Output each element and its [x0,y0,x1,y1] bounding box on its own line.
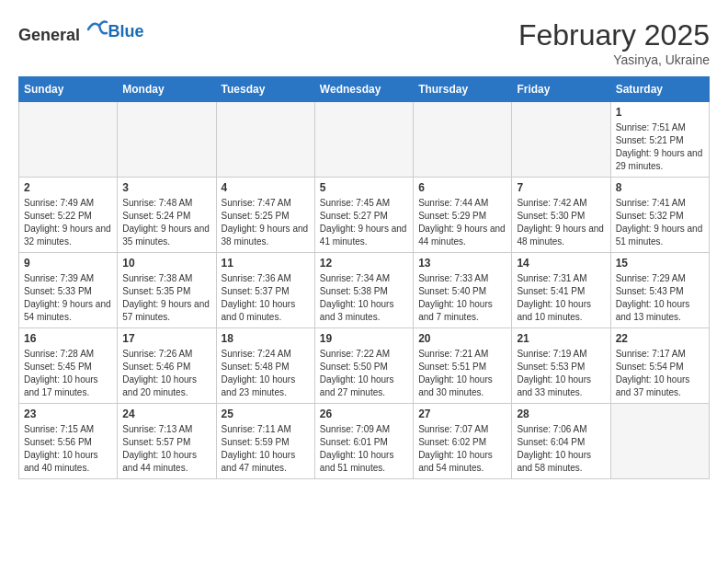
day-info: Sunrise: 7:48 AM Sunset: 5:24 PM Dayligh… [122,197,210,248]
calendar-week-row: 1Sunrise: 7:51 AM Sunset: 5:21 PM Daylig… [19,102,710,178]
header: General Blue February 2025 Yasinya, Ukra… [18,18,710,67]
day-info: Sunrise: 7:44 AM Sunset: 5:29 PM Dayligh… [418,197,506,248]
weekday-header: Monday [118,77,216,102]
day-info: Sunrise: 7:15 AM Sunset: 5:56 PM Dayligh… [24,423,112,475]
logo-blue-text: Blue [108,22,144,40]
calendar-day-cell: 2Sunrise: 7:49 AM Sunset: 5:22 PM Daylig… [19,178,118,253]
calendar-day-cell: 16Sunrise: 7:28 AM Sunset: 5:45 PM Dayli… [19,328,118,404]
day-info: Sunrise: 7:21 AM Sunset: 5:51 PM Dayligh… [418,348,506,399]
day-info: Sunrise: 7:36 AM Sunset: 5:37 PM Dayligh… [222,272,310,324]
calendar-day-cell: 20Sunrise: 7:21 AM Sunset: 5:51 PM Dayli… [414,328,512,404]
title-area: February 2025 Yasinya, Ukraine [518,18,710,67]
day-number: 17 [122,332,210,345]
calendar-day-cell: 15Sunrise: 7:29 AM Sunset: 5:43 PM Dayli… [610,253,709,328]
calendar-week-row: 16Sunrise: 7:28 AM Sunset: 5:45 PM Dayli… [19,328,710,404]
day-info: Sunrise: 7:47 AM Sunset: 5:25 PM Dayligh… [222,197,310,248]
day-info: Sunrise: 7:26 AM Sunset: 5:46 PM Dayligh… [122,348,210,399]
weekday-header: Friday [512,77,610,102]
calendar-day-cell: 12Sunrise: 7:34 AM Sunset: 5:38 PM Dayli… [314,253,413,328]
calendar-day-cell: 3Sunrise: 7:48 AM Sunset: 5:24 PM Daylig… [118,178,216,253]
day-number: 23 [24,408,112,420]
day-number: 13 [418,257,506,270]
calendar-day-cell: 4Sunrise: 7:47 AM Sunset: 5:25 PM Daylig… [216,178,314,253]
calendar-day-cell: 5Sunrise: 7:45 AM Sunset: 5:27 PM Daylig… [314,178,413,253]
calendar-day-cell: 23Sunrise: 7:15 AM Sunset: 5:56 PM Dayli… [19,404,118,479]
calendar-table: SundayMondayTuesdayWednesdayThursdayFrid… [18,76,710,479]
day-number: 22 [616,332,704,345]
calendar-week-row: 23Sunrise: 7:15 AM Sunset: 5:56 PM Dayli… [19,404,710,479]
calendar-day-cell: 27Sunrise: 7:07 AM Sunset: 6:02 PM Dayli… [414,404,512,479]
page-title: February 2025 [518,18,710,52]
day-info: Sunrise: 7:33 AM Sunset: 5:40 PM Dayligh… [418,272,506,324]
day-info: Sunrise: 7:24 AM Sunset: 5:48 PM Dayligh… [222,348,310,399]
day-info: Sunrise: 7:09 AM Sunset: 6:01 PM Dayligh… [320,423,408,475]
day-info: Sunrise: 7:34 AM Sunset: 5:38 PM Dayligh… [320,272,408,324]
calendar-header-row: SundayMondayTuesdayWednesdayThursdayFrid… [19,77,710,102]
calendar-day-cell: 24Sunrise: 7:13 AM Sunset: 5:57 PM Dayli… [118,404,216,479]
day-number: 10 [122,257,210,270]
day-number: 28 [517,408,605,420]
weekday-header: Saturday [610,77,709,102]
page-subtitle: Yasinya, Ukraine [518,52,710,67]
calendar-day-cell: 21Sunrise: 7:19 AM Sunset: 5:53 PM Dayli… [512,328,610,404]
logo-general-text: General [18,26,80,44]
logo-icon [86,18,108,40]
day-number: 24 [122,408,210,420]
day-number: 15 [616,257,704,270]
weekday-header: Tuesday [216,77,314,102]
calendar-day-cell: 17Sunrise: 7:26 AM Sunset: 5:46 PM Dayli… [118,328,216,404]
day-info: Sunrise: 7:19 AM Sunset: 5:53 PM Dayligh… [517,348,605,399]
weekday-header: Sunday [19,77,118,102]
day-number: 11 [222,257,310,270]
day-number: 21 [517,332,605,345]
logo: General Blue [18,18,144,45]
calendar-day-cell: 11Sunrise: 7:36 AM Sunset: 5:37 PM Dayli… [216,253,314,328]
day-number: 6 [418,181,506,194]
calendar-day-cell [610,404,709,479]
day-info: Sunrise: 7:22 AM Sunset: 5:50 PM Dayligh… [320,348,408,399]
weekday-header: Wednesday [314,77,413,102]
day-number: 18 [222,332,310,345]
calendar-day-cell: 10Sunrise: 7:38 AM Sunset: 5:35 PM Dayli… [118,253,216,328]
day-number: 26 [320,408,408,420]
day-number: 16 [24,332,112,345]
day-info: Sunrise: 7:41 AM Sunset: 5:32 PM Dayligh… [616,197,704,248]
calendar-day-cell: 28Sunrise: 7:06 AM Sunset: 6:04 PM Dayli… [512,404,610,479]
day-info: Sunrise: 7:38 AM Sunset: 5:35 PM Dayligh… [122,272,210,324]
day-info: Sunrise: 7:07 AM Sunset: 6:02 PM Dayligh… [418,423,506,475]
calendar-day-cell: 26Sunrise: 7:09 AM Sunset: 6:01 PM Dayli… [314,404,413,479]
calendar-day-cell: 19Sunrise: 7:22 AM Sunset: 5:50 PM Dayli… [314,328,413,404]
day-info: Sunrise: 7:51 AM Sunset: 5:21 PM Dayligh… [616,121,704,173]
calendar-day-cell: 1Sunrise: 7:51 AM Sunset: 5:21 PM Daylig… [610,102,709,178]
day-number: 27 [418,408,506,420]
calendar-week-row: 9Sunrise: 7:39 AM Sunset: 5:33 PM Daylig… [19,253,710,328]
day-info: Sunrise: 7:28 AM Sunset: 5:45 PM Dayligh… [24,348,112,399]
calendar-day-cell [314,102,413,178]
calendar-day-cell: 25Sunrise: 7:11 AM Sunset: 5:59 PM Dayli… [216,404,314,479]
day-info: Sunrise: 7:49 AM Sunset: 5:22 PM Dayligh… [24,197,112,248]
calendar-day-cell [19,102,118,178]
calendar-day-cell: 7Sunrise: 7:42 AM Sunset: 5:30 PM Daylig… [512,178,610,253]
day-number: 4 [222,181,310,194]
calendar-day-cell: 22Sunrise: 7:17 AM Sunset: 5:54 PM Dayli… [610,328,709,404]
weekday-header: Thursday [414,77,512,102]
day-number: 1 [616,106,704,119]
day-info: Sunrise: 7:45 AM Sunset: 5:27 PM Dayligh… [320,197,408,248]
day-info: Sunrise: 7:31 AM Sunset: 5:41 PM Dayligh… [517,272,605,324]
calendar-day-cell [216,102,314,178]
day-number: 8 [616,181,704,194]
day-number: 12 [320,257,408,270]
day-number: 25 [222,408,310,420]
day-number: 14 [517,257,605,270]
day-info: Sunrise: 7:29 AM Sunset: 5:43 PM Dayligh… [616,272,704,324]
calendar-day-cell: 18Sunrise: 7:24 AM Sunset: 5:48 PM Dayli… [216,328,314,404]
calendar-week-row: 2Sunrise: 7:49 AM Sunset: 5:22 PM Daylig… [19,178,710,253]
day-number: 7 [517,181,605,194]
calendar-day-cell: 13Sunrise: 7:33 AM Sunset: 5:40 PM Dayli… [414,253,512,328]
day-info: Sunrise: 7:06 AM Sunset: 6:04 PM Dayligh… [517,423,605,475]
day-info: Sunrise: 7:17 AM Sunset: 5:54 PM Dayligh… [616,348,704,399]
day-number: 2 [24,181,112,194]
calendar-day-cell: 8Sunrise: 7:41 AM Sunset: 5:32 PM Daylig… [610,178,709,253]
calendar-day-cell [118,102,216,178]
day-info: Sunrise: 7:39 AM Sunset: 5:33 PM Dayligh… [24,272,112,324]
